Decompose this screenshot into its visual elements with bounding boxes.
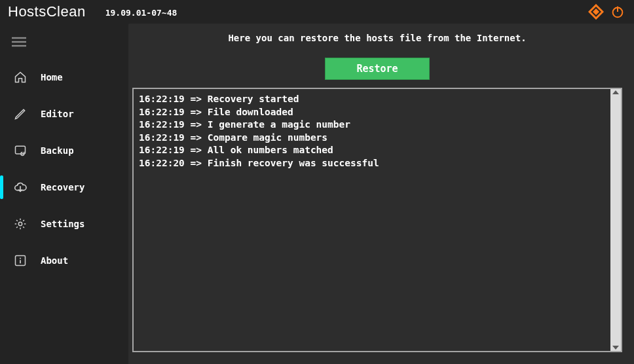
button-row: Restore: [132, 58, 622, 80]
log-output: 16:22:19 => Recovery started16:22:19 => …: [134, 89, 610, 351]
sidebar-item-backup[interactable]: Backup: [0, 132, 128, 169]
log-line: 16:22:19 => I generate a magic number: [139, 118, 605, 132]
title-bar: HostsClean 19.09.01-07~48: [0, 0, 634, 24]
sidebar-item-editor[interactable]: Editor: [0, 96, 128, 132]
scrollbar[interactable]: [610, 89, 621, 351]
app-version: 19.09.01-07~48: [105, 8, 177, 18]
sidebar-item-label: Editor: [41, 109, 74, 119]
brand-icon[interactable]: [588, 4, 604, 20]
sidebar-item-label: About: [41, 255, 68, 266]
log-line: 16:22:20 => Finish recovery was successf…: [139, 157, 605, 170]
log-line: 16:22:19 => Compare magic numbers: [139, 132, 605, 145]
sidebar-item-label: Settings: [41, 219, 84, 229]
title-actions: [588, 4, 625, 20]
power-icon[interactable]: [610, 5, 625, 19]
log-line: 16:22:19 => File downloaded: [139, 106, 605, 119]
svg-point-7: [18, 222, 22, 225]
cloud-icon: [13, 181, 28, 194]
main-panel: Here you can restore the hosts file from…: [128, 24, 634, 364]
restore-button[interactable]: Restore: [325, 58, 430, 80]
info-icon: [13, 254, 28, 267]
backup-icon: [13, 144, 28, 157]
sidebar-item-home[interactable]: Home: [0, 59, 128, 96]
gear-icon: [13, 217, 28, 230]
app-title: HostsClean: [8, 3, 86, 20]
home-icon: [13, 71, 28, 84]
nav: Home Editor Backup: [0, 59, 128, 279]
page-description: Here you can restore the hosts file from…: [132, 33, 622, 43]
sidebar-item-recovery[interactable]: Recovery: [0, 169, 128, 206]
sidebar-item-settings[interactable]: Settings: [0, 206, 128, 242]
menu-toggle[interactable]: [0, 29, 128, 55]
sidebar-item-label: Recovery: [41, 182, 84, 192]
pencil-icon: [13, 107, 28, 120]
scroll-down-icon[interactable]: [612, 346, 619, 350]
log-line: 16:22:19 => Recovery started: [139, 93, 605, 106]
sidebar: Home Editor Backup: [0, 24, 128, 364]
scroll-up-icon[interactable]: [612, 90, 619, 94]
log-panel: 16:22:19 => Recovery started16:22:19 => …: [132, 88, 622, 352]
log-line: 16:22:19 => All ok numbers matched: [139, 144, 605, 157]
sidebar-item-label: Backup: [41, 145, 74, 156]
sidebar-item-label: Home: [41, 72, 63, 82]
app-window: HostsClean 19.09.01-07~48: [0, 0, 634, 364]
sidebar-item-about[interactable]: About: [0, 242, 128, 279]
app-body: Home Editor Backup: [0, 24, 634, 364]
